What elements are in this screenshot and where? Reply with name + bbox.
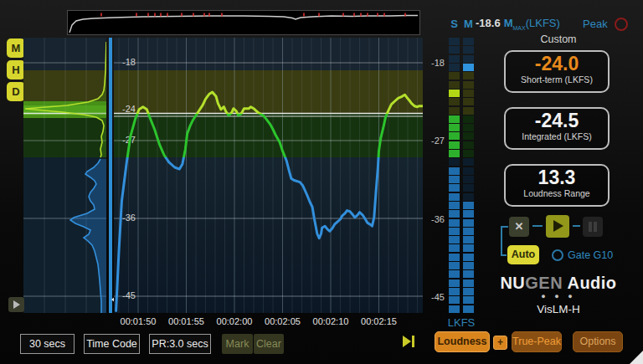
- history-play-button[interactable]: [8, 297, 24, 312]
- loudness-range-value: 13.3: [506, 167, 608, 188]
- pause-button[interactable]: [583, 217, 603, 237]
- meter-m-segment: [463, 254, 474, 261]
- skip-bar-icon: [412, 336, 414, 347]
- pr-window-button[interactable]: PR:3.0 secs: [149, 334, 211, 354]
- meter-scale-label: -18: [422, 58, 445, 68]
- transport-connector-line: [501, 226, 502, 256]
- gate-label: Gate G10: [568, 249, 613, 261]
- meter-s-segment: [449, 176, 460, 183]
- meter-scale-label: -45: [422, 292, 445, 302]
- meter-unit-label: LKFS: [442, 316, 481, 329]
- tab-options[interactable]: Options: [573, 331, 623, 352]
- meter-m-segment: [463, 115, 474, 123]
- loudness-distribution-panel[interactable]: [23, 38, 106, 313]
- meter-s-segment: [449, 64, 460, 71]
- momentary-max-value: -18.6: [476, 17, 501, 29]
- page-dots[interactable]: ● ● ●: [500, 292, 617, 300]
- meter-s-segment: [449, 90, 460, 97]
- integrated-readout[interactable]: -24.5 Integrated (LKFS): [504, 107, 610, 150]
- skip-to-end-button[interactable]: [403, 336, 416, 347]
- mark-button[interactable]: Mark: [222, 334, 253, 354]
- meter-m-segment: [463, 72, 474, 79]
- meter-m-segment: [463, 107, 474, 115]
- meter-m-segment: [463, 90, 474, 97]
- meter-scale-label: -36: [422, 214, 445, 224]
- meter-m-segment: [463, 141, 474, 149]
- vislm-plugin-window: M H D -18-24-27-36-45 00:01:5000:01:5500…: [0, 0, 643, 364]
- meter-m-segment: [463, 64, 474, 71]
- skip-triangle-icon: [403, 336, 411, 347]
- timecode-mode-button[interactable]: Time Code: [84, 334, 140, 354]
- meter-m-segment: [463, 46, 474, 54]
- short-term-value: -24.0: [506, 53, 608, 74]
- sm-level-meters: [449, 38, 474, 315]
- view-button-d[interactable]: D: [7, 82, 25, 101]
- pause-icon: [594, 222, 597, 232]
- meter-m-segment: [463, 262, 474, 269]
- meter-s-segment: [449, 296, 460, 304]
- transport-connector-line: [501, 226, 508, 228]
- transport-connector-line: [501, 254, 507, 256]
- meter-s-segment: [449, 270, 460, 278]
- meter-m-segment: [463, 132, 474, 140]
- meter-m-segment: [463, 279, 474, 287]
- meter-m-segment: [463, 184, 474, 192]
- transport-connector-line: [532, 225, 543, 227]
- meter-m-segment: [463, 219, 474, 227]
- play-button[interactable]: [546, 215, 569, 238]
- add-view-button[interactable]: +: [493, 336, 507, 350]
- clear-button[interactable]: Clear: [254, 334, 284, 354]
- peak-indicator-lamp[interactable]: [615, 18, 628, 31]
- meter-m-segment: [463, 210, 474, 218]
- view-button-h[interactable]: H: [7, 60, 25, 79]
- meter-m-segment: [463, 158, 474, 166]
- meter-s-segment: [449, 150, 460, 157]
- auto-button[interactable]: Auto: [507, 245, 539, 264]
- momentary-max-symbol: M: [504, 17, 513, 29]
- meter-s-segment: [449, 262, 460, 269]
- meter-s-segment: [449, 124, 460, 131]
- history-window-button[interactable]: 30 secs: [20, 334, 75, 354]
- meter-m-segment: [463, 288, 474, 295]
- time-axis-label: 00:02:15: [351, 316, 408, 326]
- meter-s-segment: [449, 236, 460, 244]
- meter-s-segment: [449, 244, 460, 252]
- reset-button[interactable]: ✕: [509, 217, 529, 237]
- meter-m-segment: [463, 176, 474, 183]
- svg-text:-24: -24: [122, 104, 136, 114]
- svg-text:-18: -18: [122, 57, 136, 67]
- waveform-overview[interactable]: [67, 10, 420, 35]
- meter-scale-label: -27: [422, 136, 445, 146]
- preset-selector[interactable]: Custom: [506, 33, 611, 45]
- meter-s-segment: [449, 202, 460, 209]
- meter-s-segment: [449, 132, 460, 140]
- meter-m-segment: [463, 296, 474, 304]
- momentary-max-sub: MAX: [512, 25, 525, 31]
- playback-cursor[interactable]: [109, 38, 112, 313]
- loudness-history-graph[interactable]: -18-24-27-36-45: [114, 38, 423, 313]
- meter-s-segment: [449, 167, 460, 175]
- meter-m-segment: [463, 270, 474, 278]
- meter-s-segment: [449, 115, 460, 123]
- meter-s-segment: [449, 81, 460, 89]
- meter-m-segment: [463, 167, 474, 175]
- loudness-range-readout[interactable]: 13.3 Loudness Range: [504, 164, 610, 207]
- meter-m-segment: [463, 81, 474, 89]
- brand-nu: NU: [500, 274, 525, 292]
- brand-gen: GEN: [525, 274, 563, 292]
- svg-text:-36: -36: [122, 213, 136, 223]
- meter-m-segment: [463, 305, 474, 313]
- pause-icon: [589, 222, 592, 232]
- peak-label: Peak: [583, 18, 608, 30]
- view-button-m[interactable]: M: [7, 38, 25, 58]
- gate-radio[interactable]: [552, 249, 563, 261]
- meter-s-segment: [449, 254, 460, 261]
- short-term-readout[interactable]: -24.0 Short-term (LKFS): [504, 50, 610, 93]
- tab-loudness[interactable]: Loudness: [435, 331, 490, 352]
- brand-logo: NUGEN Audio: [500, 274, 617, 293]
- resize-grip[interactable]: [630, 351, 643, 364]
- play-icon: [13, 300, 20, 309]
- meter-s-segment: [449, 184, 460, 192]
- short-term-label: Short-term (LKFS): [506, 74, 608, 85]
- tab-true-peak[interactable]: True-Peak: [512, 331, 562, 352]
